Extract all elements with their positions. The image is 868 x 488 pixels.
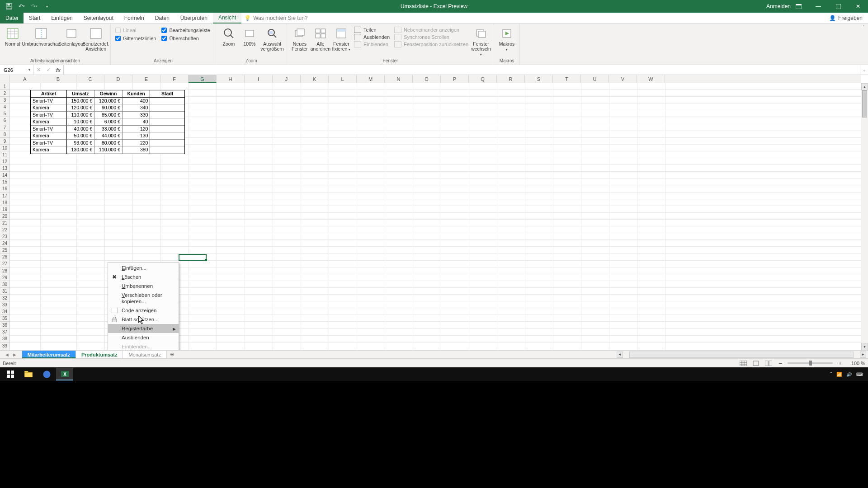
table-cell[interactable]: 130 <box>123 132 151 140</box>
row-header-4[interactable]: 4 <box>0 103 9 110</box>
tab-start[interactable]: Start <box>24 13 46 23</box>
tray-lang-icon[interactable]: ⌨ <box>856 372 863 377</box>
ribbon-display-icon[interactable] <box>788 0 808 13</box>
macros-button[interactable]: Makros▾ <box>497 25 517 52</box>
table-cell[interactable]: 90.000 € <box>94 104 123 112</box>
col-header-A[interactable]: A <box>10 75 40 83</box>
table-cell[interactable]: Kamera <box>31 118 67 126</box>
name-box[interactable]: G26▼ <box>0 65 33 75</box>
nav-next-icon[interactable]: ► <box>12 352 17 357</box>
row-header-12[interactable]: 12 <box>0 158 9 165</box>
sheet-tab-produkt[interactable]: Produktumsatz <box>76 351 123 358</box>
col-header-M[interactable]: M <box>357 75 385 83</box>
table-cell[interactable]: Smart-TV <box>31 98 67 105</box>
table-cell[interactable]: Smart-TV <box>31 126 67 133</box>
table-cell[interactable]: 220 <box>123 140 151 147</box>
row-header-6[interactable]: 6 <box>0 117 9 124</box>
tray-network-icon[interactable]: 📶 <box>836 372 842 377</box>
row-header-38[interactable]: 38 <box>0 335 9 342</box>
table-cell[interactable] <box>150 112 184 119</box>
row-header-21[interactable]: 21 <box>0 220 9 226</box>
col-header-T[interactable]: T <box>553 75 581 83</box>
row-header-10[interactable]: 10 <box>0 145 9 151</box>
maximize-button[interactable] <box>828 0 848 13</box>
row-header-9[interactable]: 9 <box>0 138 9 145</box>
row-header-27[interactable]: 27 <box>0 260 9 267</box>
new-window-button[interactable]: Neues Fenster <box>290 25 310 52</box>
scroll-thumb[interactable] <box>862 90 867 117</box>
row-header-15[interactable]: 15 <box>0 178 9 185</box>
table-cell[interactable]: 110.000 € <box>94 146 123 154</box>
row-header-33[interactable]: 33 <box>0 301 9 308</box>
row-headers[interactable]: 1234567891011121314151617181920212223242… <box>0 83 10 350</box>
table-cell[interactable]: 110.000 € <box>67 112 95 119</box>
start-button[interactable] <box>2 368 19 380</box>
tab-insert[interactable]: Einfügen <box>46 13 78 23</box>
row-header-23[interactable]: 23 <box>0 233 9 240</box>
col-header-N[interactable]: N <box>385 75 413 83</box>
row-header-14[interactable]: 14 <box>0 172 9 178</box>
row-header-22[interactable]: 22 <box>0 226 9 233</box>
ctx-rename[interactable]: Umbenennen <box>108 282 179 291</box>
ctx-insert[interactable]: Einfügen... <box>108 263 179 272</box>
ctx-move-copy[interactable]: Verschieben oder kopieren... <box>108 291 179 306</box>
zoom-100-button[interactable]: 100% <box>240 25 259 47</box>
select-all-corner[interactable] <box>0 75 10 83</box>
table-cell[interactable]: 6.000 € <box>94 118 123 126</box>
col-header-G[interactable]: G <box>189 75 217 83</box>
explorer-taskbar-icon[interactable] <box>20 368 37 380</box>
sheet-tab-mitarbeiter[interactable]: Mitarbeiterumsatz <box>22 351 76 358</box>
col-header-Q[interactable]: Q <box>469 75 497 83</box>
row-header-17[interactable]: 17 <box>0 192 9 199</box>
hscroll-track[interactable] <box>629 352 854 358</box>
row-header-28[interactable]: 28 <box>0 267 9 274</box>
table-cell[interactable]: 85.000 € <box>94 112 123 119</box>
ruler-checkbox[interactable]: Lineal <box>115 28 156 33</box>
expand-formula-icon[interactable]: ⌄ <box>860 65 868 75</box>
qat-customize-icon[interactable]: ▾ <box>41 1 53 11</box>
row-header-39[interactable]: 39 <box>0 343 9 349</box>
table-cell[interactable] <box>150 146 184 154</box>
tab-file[interactable]: Datei <box>0 13 24 23</box>
zoom-thumb[interactable] <box>809 361 812 366</box>
row-header-16[interactable]: 16 <box>0 185 9 192</box>
col-header-W[interactable]: W <box>637 75 665 83</box>
close-button[interactable]: ✕ <box>848 0 868 13</box>
table-cell[interactable]: 40.000 € <box>67 126 95 133</box>
row-header-37[interactable]: 37 <box>0 328 9 335</box>
tab-pagelayout[interactable]: Seitenlayout <box>78 13 119 23</box>
row-header-11[interactable]: 11 <box>0 151 9 158</box>
row-header-34[interactable]: 34 <box>0 308 9 315</box>
pagelayout-view-button[interactable]: Seitenlayout <box>60 25 83 47</box>
pagelayout-view-icon[interactable] <box>751 360 760 367</box>
new-sheet-button[interactable]: ⊕ <box>167 351 178 358</box>
active-cell[interactable] <box>179 254 207 261</box>
column-headers[interactable]: ABCDEFGHIJKLMNOPQRSTUVW <box>10 75 861 83</box>
table-cell[interactable]: 50.000 € <box>67 132 95 140</box>
row-header-30[interactable]: 30 <box>0 281 9 288</box>
scroll-up-icon[interactable]: ▲ <box>861 83 868 90</box>
row-header-24[interactable]: 24 <box>0 240 9 247</box>
table-cell[interactable] <box>150 126 184 133</box>
col-header-L[interactable]: L <box>329 75 357 83</box>
fx-icon[interactable]: fx <box>53 67 63 73</box>
formulabar-checkbox[interactable]: Bearbeitungsleiste <box>161 28 210 33</box>
zoom-value[interactable]: 100 % <box>847 361 865 366</box>
table-cell[interactable] <box>150 132 184 140</box>
col-header-I[interactable]: I <box>245 75 273 83</box>
signin-button[interactable]: Anmelden <box>769 0 788 13</box>
table-cell[interactable] <box>150 104 184 112</box>
excel-taskbar-icon[interactable]: X <box>56 368 73 380</box>
ctx-delete[interactable]: ✖Löschen <box>108 272 179 282</box>
table-cell[interactable]: 10.000 € <box>67 118 95 126</box>
col-header-V[interactable]: V <box>609 75 637 83</box>
table-cell[interactable]: 40 <box>123 118 151 126</box>
row-header-2[interactable]: 2 <box>0 90 9 97</box>
table-cell[interactable]: 93.000 € <box>67 140 95 147</box>
zoom-slider[interactable] <box>788 362 833 364</box>
save-icon[interactable] <box>3 1 15 11</box>
col-header-C[interactable]: C <box>76 75 104 83</box>
col-header-S[interactable]: S <box>525 75 553 83</box>
freeze-panes-button[interactable]: Fenster fixieren ▾ <box>331 25 351 52</box>
normal-view-button[interactable]: Normal <box>3 25 23 47</box>
